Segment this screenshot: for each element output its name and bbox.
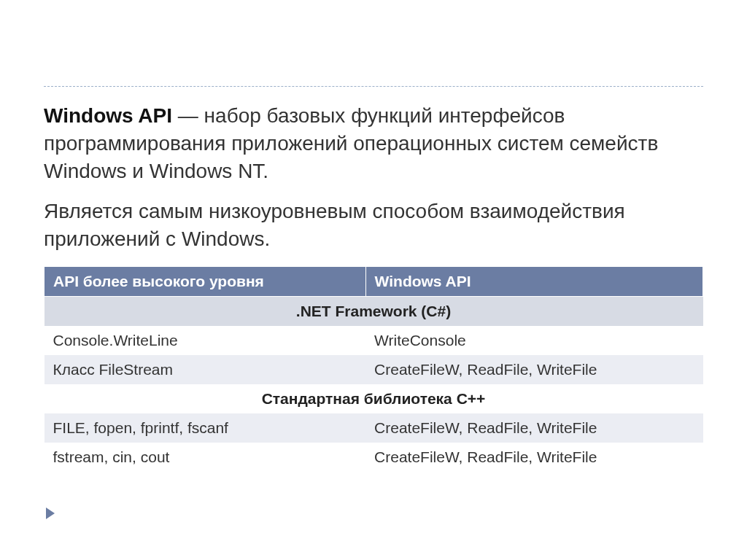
table-cell: CreateFileW, ReadFile, WriteFile: [365, 443, 703, 472]
table-cell: fstream, cin, cout: [44, 443, 366, 472]
table-row: fstream, cin, cout CreateFileW, ReadFile…: [44, 443, 703, 472]
slide-content: Windows API — набор базовых функций инте…: [0, 0, 747, 560]
arrow-icon: [46, 508, 55, 519]
header-divider: [44, 86, 703, 87]
paragraph-1-bold: Windows API: [44, 104, 172, 127]
table-row: Console.WriteLine WriteConsole: [44, 326, 703, 355]
api-table: API более высокого уровня Windows API .N…: [44, 266, 703, 472]
table-section-net-label: .NET Framework (C#): [44, 296, 703, 326]
table-header-row: API более высокого уровня Windows API: [44, 266, 703, 296]
table-row: Класс FileStream CreateFileW, ReadFile, …: [44, 355, 703, 384]
table-section-net: .NET Framework (C#): [44, 296, 703, 326]
table-cell: Класс FileStream: [44, 355, 366, 384]
table-cell: CreateFileW, ReadFile, WriteFile: [365, 355, 703, 384]
table-section-cpp: Стандартная библиотека C++: [44, 384, 703, 413]
table-section-cpp-label: Стандартная библиотека C++: [44, 384, 703, 413]
paragraph-1: Windows API — набор базовых функций инте…: [44, 102, 703, 184]
table-cell: CreateFileW, ReadFile, WriteFile: [365, 413, 703, 443]
paragraph-2: Является самым низкоуровневым способом в…: [44, 198, 703, 253]
table-header-col2: Windows API: [365, 266, 703, 296]
table-cell: FILE, fopen, fprintf, fscanf: [44, 413, 366, 443]
table-header-col1: API более высокого уровня: [44, 266, 366, 296]
table-cell: WriteConsole: [365, 326, 703, 355]
table-cell: Console.WriteLine: [44, 326, 366, 355]
table-row: FILE, fopen, fprintf, fscanf CreateFileW…: [44, 413, 703, 443]
